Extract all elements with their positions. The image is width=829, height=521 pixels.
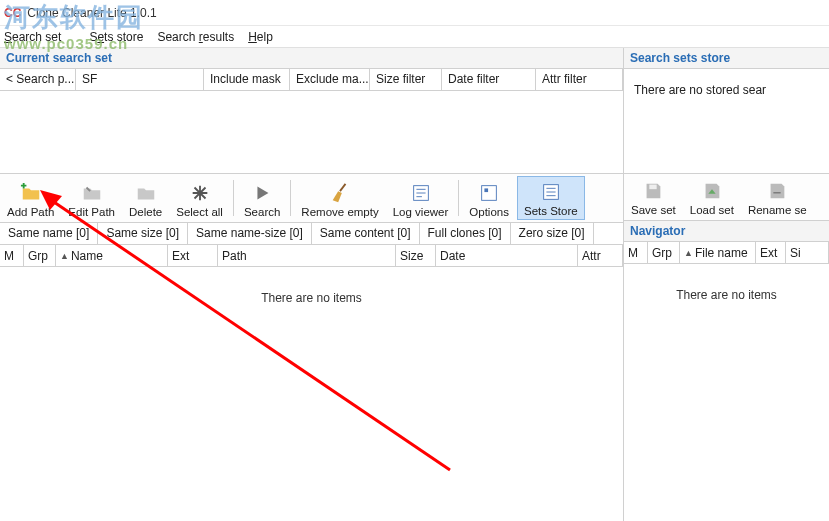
col-exclude-mask[interactable]: Exclude ma...	[290, 69, 370, 90]
col-search-path[interactable]: < Search p...	[0, 69, 76, 90]
menu-help[interactable]: Help	[248, 30, 273, 44]
results-body: There are no items	[0, 267, 623, 521]
nav-col-filename[interactable]: ▲File name	[680, 242, 756, 263]
tab-same-size[interactable]: Same size [0]	[98, 223, 188, 244]
search-set-columns: < Search p... SF Include mask Exclude ma…	[0, 69, 623, 91]
sets-store-button[interactable]: Sets Store	[517, 176, 585, 220]
nav-col-grp[interactable]: Grp	[648, 242, 680, 263]
folder-edit-icon	[81, 182, 103, 204]
svg-rect-1	[482, 186, 497, 201]
tab-full-clones[interactable]: Full clones [0]	[420, 223, 511, 244]
col-sf[interactable]: SF	[76, 69, 204, 90]
svg-rect-2	[485, 188, 489, 192]
col-size-filter[interactable]: Size filter	[370, 69, 442, 90]
navigator-columns: M Grp ▲File name Ext Si	[624, 242, 829, 264]
col-path[interactable]: Path	[218, 245, 396, 266]
rename-icon	[766, 180, 788, 202]
sort-asc-icon: ▲	[60, 251, 69, 261]
log-viewer-label: Log viewer	[393, 206, 449, 218]
edit-path-label: Edit Path	[68, 206, 115, 218]
nav-col-m[interactable]: M	[624, 242, 648, 263]
window-title: Clone Cleaner Lite 1.0.1	[27, 6, 156, 20]
tab-zero-size[interactable]: Zero size [0]	[511, 223, 594, 244]
result-tabs: Same name [0] Same size [0] Same name-si…	[0, 223, 623, 245]
select-all-button[interactable]: Select all	[170, 178, 229, 220]
load-icon	[701, 180, 723, 202]
tab-same-content[interactable]: Same content [0]	[312, 223, 420, 244]
menu-search-results[interactable]: Search results	[157, 30, 234, 44]
empty-message: There are no items	[261, 291, 362, 305]
col-grp[interactable]: Grp	[24, 245, 56, 266]
search-sets-store-header: Search sets store	[624, 48, 829, 69]
app-icon: CC	[4, 6, 21, 20]
delete-label: Delete	[129, 206, 162, 218]
col-attr-filter[interactable]: Attr filter	[536, 69, 623, 90]
nav-col-size[interactable]: Si	[786, 242, 829, 263]
log-icon	[410, 182, 432, 204]
load-set-label: Load set	[690, 204, 734, 216]
menu-sets-store[interactable]: Sets store	[89, 30, 143, 44]
options-button[interactable]: Options	[463, 178, 515, 220]
play-icon	[251, 182, 273, 204]
tab-same-name-size[interactable]: Same name-size [0]	[188, 223, 312, 244]
select-all-label: Select all	[176, 206, 223, 218]
col-name[interactable]: ▲Name	[56, 245, 168, 266]
sets-store-label: Sets Store	[524, 205, 578, 217]
save-set-label: Save set	[631, 204, 676, 216]
main-toolbar: Add Path Edit Path Delete Select all Sea…	[0, 173, 623, 223]
options-icon	[478, 182, 500, 204]
options-label: Options	[469, 206, 509, 218]
results-columns: M Grp ▲Name Ext Path Size Date Attr	[0, 245, 623, 267]
add-path-button[interactable]: Add Path	[1, 178, 60, 220]
tab-same-name[interactable]: Same name [0]	[0, 223, 98, 244]
col-date-filter[interactable]: Date filter	[442, 69, 536, 90]
add-path-label: Add Path	[7, 206, 54, 218]
col-size[interactable]: Size	[396, 245, 436, 266]
search-button[interactable]: Search	[238, 178, 286, 220]
nav-empty-message: There are no items	[676, 288, 777, 302]
nav-col-ext[interactable]: Ext	[756, 242, 786, 263]
edit-path-button[interactable]: Edit Path	[62, 178, 121, 220]
col-m[interactable]: M	[0, 245, 24, 266]
rename-set-label: Rename se	[748, 204, 807, 216]
col-date[interactable]: Date	[436, 245, 578, 266]
menu-bar: Search set Sets store Search results Hel…	[0, 26, 829, 48]
search-set-rows	[0, 91, 623, 173]
store-icon	[540, 181, 562, 203]
broom-icon	[329, 182, 351, 204]
remove-empty-button[interactable]: Remove empty	[295, 178, 384, 220]
asterisk-icon	[189, 182, 211, 204]
search-label: Search	[244, 206, 280, 218]
no-stored-message: There are no stored sear	[624, 69, 829, 173]
col-attr[interactable]: Attr	[578, 245, 623, 266]
current-search-set-header: Current search set	[0, 48, 623, 69]
folder-plus-icon	[20, 182, 42, 204]
col-include-mask[interactable]: Include mask	[204, 69, 290, 90]
remove-empty-label: Remove empty	[301, 206, 378, 218]
navigator-header: Navigator	[624, 221, 829, 242]
delete-button[interactable]: Delete	[123, 178, 168, 220]
navigator-body: There are no items	[624, 264, 829, 521]
col-ext[interactable]: Ext	[168, 245, 218, 266]
rename-set-button[interactable]: Rename se	[742, 176, 813, 218]
menu-search-set[interactable]: Search set	[4, 30, 75, 44]
store-toolbar: Save set Load set Rename se	[624, 173, 829, 221]
svg-rect-4	[650, 185, 657, 190]
save-set-button[interactable]: Save set	[625, 176, 682, 218]
title-bar: CC Clone Cleaner Lite 1.0.1	[0, 0, 829, 26]
folder-delete-icon	[135, 182, 157, 204]
save-icon	[642, 180, 664, 202]
load-set-button[interactable]: Load set	[684, 176, 740, 218]
log-viewer-button[interactable]: Log viewer	[387, 178, 455, 220]
sort-asc-icon: ▲	[684, 248, 693, 258]
